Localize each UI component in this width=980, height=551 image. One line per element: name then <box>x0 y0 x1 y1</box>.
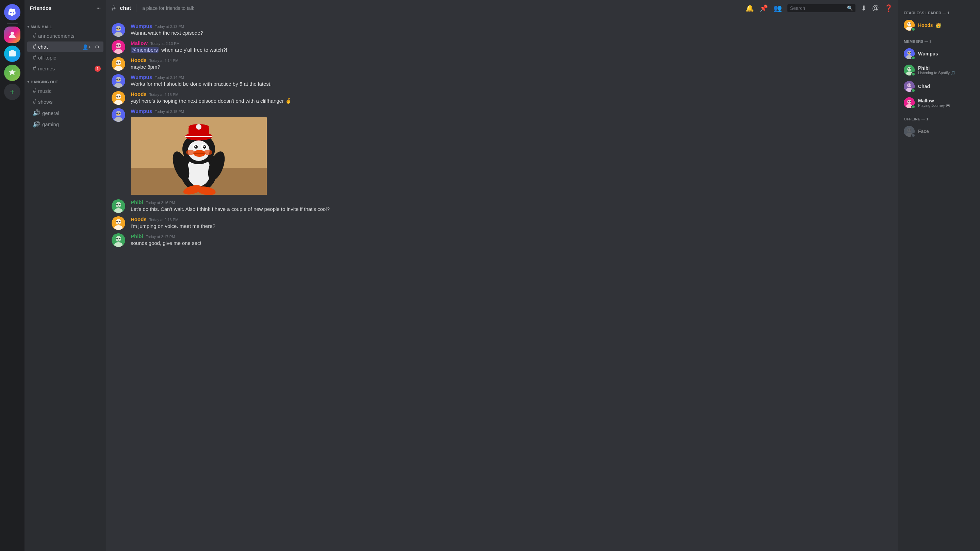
member-item-hoods[interactable]: Hoods 👑 <box>901 18 977 33</box>
mention-tag[interactable]: @members <box>130 47 159 53</box>
message-author[interactable]: Hoods <box>130 216 147 222</box>
avatar[interactable] <box>111 57 125 71</box>
member-info: Phibi Listening to Spotify 🎵 <box>918 65 975 75</box>
member-info: Chad <box>918 84 975 89</box>
download-icon[interactable]: ⬇ <box>861 4 867 12</box>
member-avatar-wumpus <box>904 48 915 59</box>
message-content: Mallow Today at 2:13 PM @members when ar… <box>130 40 893 54</box>
message-author[interactable]: Wumpus <box>130 74 152 80</box>
header-divider <box>137 4 137 12</box>
message-group: Mallow Today at 2:13 PM @members when ar… <box>106 39 898 55</box>
channel-chat[interactable]: # chat 👤+ ⚙ <box>27 41 103 52</box>
member-name: Face <box>918 129 975 134</box>
avatar[interactable] <box>111 108 125 122</box>
message-header: Mallow Today at 2:13 PM <box>130 40 893 46</box>
channel-actions: 👤+ ⚙ <box>81 43 101 50</box>
server-header[interactable]: Friendos ··· <box>24 0 106 16</box>
svg-point-90 <box>910 68 911 69</box>
avatar[interactable] <box>111 23 125 37</box>
server-icon-2[interactable] <box>4 46 21 62</box>
channel-shows[interactable]: # shows <box>27 97 103 107</box>
channel-name: general <box>42 110 59 116</box>
message-author[interactable]: Hoods <box>130 57 147 63</box>
member-item-wumpus[interactable]: Wumpus <box>901 46 977 61</box>
bell-icon[interactable]: 🔔 <box>746 4 754 12</box>
member-avatar-phibi <box>904 65 915 76</box>
server-icon-1[interactable] <box>4 27 21 43</box>
channel-off-topic[interactable]: # off-topic <box>27 52 103 63</box>
message-text: maybe 8pm? <box>130 64 893 71</box>
member-status: Playing Journey 🎮 <box>918 103 975 108</box>
category-hanging-out[interactable]: ▾ HANGING OUT <box>24 74 106 86</box>
server-icon-3[interactable] <box>4 65 21 81</box>
message-content: Hoods Today at 2:16 PM i'm jumping on vo… <box>130 216 893 230</box>
member-item-phibi[interactable]: Phibi Listening to Spotify 🎵 <box>901 63 977 78</box>
hash-icon: # <box>33 65 36 72</box>
member-name: Chad <box>918 84 975 89</box>
avatar[interactable] <box>111 91 125 105</box>
svg-point-46 <box>204 146 205 147</box>
category-main-hall[interactable]: ▾ MAIN HALL <box>24 19 106 30</box>
pin-icon[interactable]: 📌 <box>759 4 768 12</box>
channel-memes[interactable]: # memes 1 <box>27 63 103 74</box>
svg-point-49 <box>186 150 194 155</box>
member-avatar-hoods <box>904 20 915 30</box>
svg-point-21 <box>116 79 118 80</box>
channel-gaming-voice[interactable]: 🔊 gaming <box>27 119 103 130</box>
svg-point-99 <box>908 101 909 102</box>
status-dot-online <box>911 27 915 31</box>
member-item-chad[interactable]: Chad <box>901 79 977 94</box>
message-text: Works for me! I should be done with prac… <box>130 81 893 88</box>
avatar[interactable] <box>111 216 125 230</box>
avatar[interactable] <box>111 233 125 247</box>
settings-icon[interactable]: ⚙ <box>94 43 101 50</box>
svg-point-5 <box>116 27 118 29</box>
help-icon[interactable]: ❓ <box>885 4 893 12</box>
message-timestamp: Today at 2:14 PM <box>155 76 184 79</box>
svg-point-74 <box>119 238 121 239</box>
member-item-mallow[interactable]: Mallow Playing Journey 🎮 <box>901 95 977 110</box>
svg-point-50 <box>204 150 212 155</box>
avatar[interactable] <box>111 74 125 88</box>
svg-point-22 <box>119 79 121 80</box>
channel-announcements[interactable]: # announcements <box>27 30 103 41</box>
message-content: Wumpus Today at 2:14 PM Works for me! I … <box>130 74 893 88</box>
avatar[interactable] <box>111 199 125 213</box>
message-timestamp: Today at 2:13 PM <box>155 24 184 29</box>
channel-general-voice[interactable]: 🔊 general <box>27 108 103 118</box>
member-name: Wumpus <box>918 51 975 56</box>
message-author[interactable]: Phibi <box>130 199 143 205</box>
discord-home-button[interactable] <box>4 4 21 21</box>
server-more-options[interactable]: ··· <box>96 5 101 11</box>
svg-point-0 <box>11 32 14 35</box>
avatar[interactable] <box>111 40 125 54</box>
member-name: Phibi <box>918 65 975 71</box>
search-input[interactable] <box>790 5 845 11</box>
add-server-button[interactable]: + <box>4 84 21 100</box>
speaker-icon: 🔊 <box>33 121 40 128</box>
member-item-face[interactable]: Face <box>901 124 977 139</box>
svg-point-94 <box>908 85 909 86</box>
message-author[interactable]: Wumpus <box>130 23 152 29</box>
message-author[interactable]: Mallow <box>130 40 148 46</box>
svg-point-69 <box>119 221 121 222</box>
svg-point-63 <box>116 204 118 205</box>
message-author[interactable]: Wumpus <box>130 108 152 114</box>
svg-point-68 <box>116 221 118 222</box>
svg-point-32 <box>116 113 118 114</box>
message-author[interactable]: Phibi <box>130 233 143 239</box>
channel-header: # chat a place for friends to talk 🔔 📌 👥… <box>106 0 898 16</box>
members-icon[interactable]: 👥 <box>773 4 782 12</box>
channel-music[interactable]: # music <box>27 86 103 96</box>
search-box[interactable]: 🔍 <box>788 4 856 12</box>
plus-icon: + <box>10 87 14 97</box>
message-group: Hoods Today at 2:14 PM maybe 8pm? <box>106 56 898 72</box>
message-author[interactable]: Hoods <box>130 91 147 97</box>
add-member-icon[interactable]: 👤+ <box>81 43 92 50</box>
chevron-down-icon: ▾ <box>27 79 29 84</box>
svg-rect-1 <box>9 51 16 56</box>
mention-icon[interactable]: @ <box>872 4 879 12</box>
channel-name: chat <box>38 44 48 50</box>
offline-section-title: OFFLINE — 1 <box>901 111 977 122</box>
member-name: Hoods 👑 <box>918 22 975 28</box>
